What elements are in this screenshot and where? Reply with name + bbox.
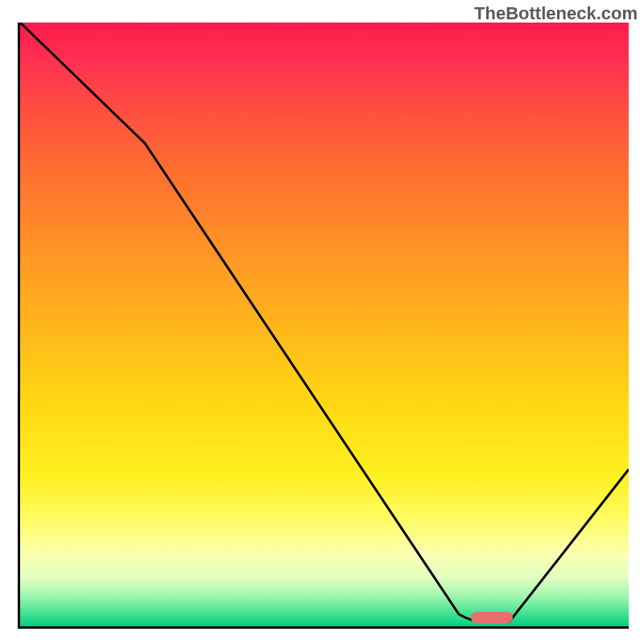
curve-layer xyxy=(20,23,629,626)
plot-area xyxy=(18,23,629,629)
bottleneck-curve-path xyxy=(20,23,629,621)
chart-container: TheBottleneck.com xyxy=(0,0,644,644)
optimal-range-marker xyxy=(471,612,513,623)
watermark-text: TheBottleneck.com xyxy=(474,3,638,24)
